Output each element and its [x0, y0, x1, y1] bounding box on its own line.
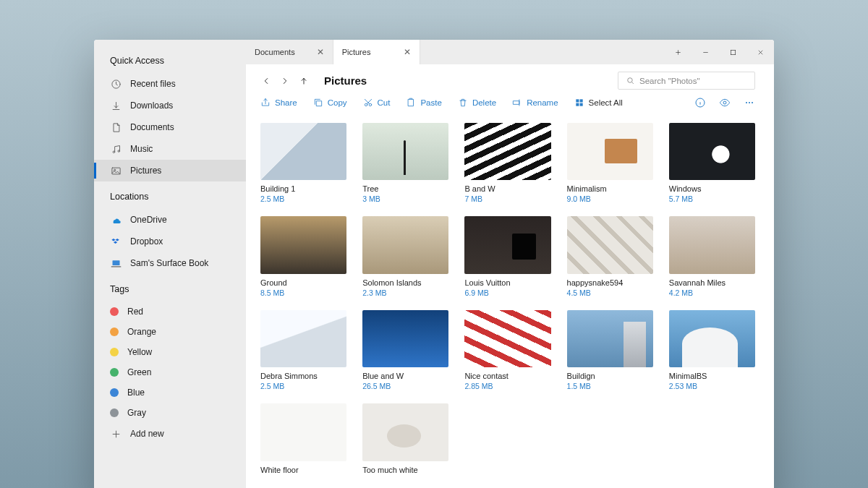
- search-input[interactable]: Search "Photos": [618, 72, 755, 90]
- sidebar-item-label: Documents: [130, 122, 174, 132]
- rename-button[interactable]: Rename: [512, 98, 558, 108]
- file-item[interactable]: Solomon Islands2.3 MB: [362, 216, 448, 296]
- info-icon[interactable]: [694, 97, 706, 108]
- close-window-button[interactable]: [746, 40, 774, 64]
- tab-documents[interactable]: Documents ✕: [246, 40, 333, 64]
- search-icon: [626, 76, 635, 85]
- share-button[interactable]: Share: [260, 98, 297, 108]
- file-name: MinimalBS: [669, 372, 755, 380]
- file-item[interactable]: Tree3 MB: [362, 123, 448, 203]
- file-name: Too much white: [362, 466, 448, 474]
- file-thumbnail: [260, 123, 346, 180]
- file-name: B and W: [464, 184, 550, 193]
- sidebar-heading-tags: Tags: [94, 284, 246, 301]
- svg-point-4: [114, 169, 115, 171]
- sidebar-item-dropbox[interactable]: Dropbox: [94, 231, 246, 252]
- file-size: 6.9 MB: [464, 288, 550, 297]
- file-item[interactable]: Blue and W26.5 MB: [362, 310, 448, 390]
- file-thumbnail: [567, 216, 653, 273]
- file-item[interactable]: Debra Simmons2.5 MB: [260, 310, 346, 390]
- sidebar-item-label: Sam's Surface Book: [130, 258, 208, 268]
- file-name: Buildign: [567, 372, 653, 380]
- nav-back-button[interactable]: [260, 75, 272, 87]
- sidebar-item-music[interactable]: Music: [94, 138, 246, 160]
- file-item[interactable]: Savannah Miles4.2 MB: [669, 216, 755, 296]
- svg-point-20: [749, 102, 750, 103]
- file-item[interactable]: Too much white: [362, 403, 448, 475]
- file-item[interactable]: happysnake5944.5 MB: [567, 216, 653, 296]
- minimize-button[interactable]: [692, 40, 719, 64]
- file-size: 2.5 MB: [260, 194, 346, 203]
- file-item[interactable]: White floor: [260, 403, 346, 475]
- new-tab-button[interactable]: [664, 40, 692, 64]
- svg-point-2: [118, 150, 120, 152]
- close-icon[interactable]: ✕: [404, 47, 411, 57]
- tab-pictures[interactable]: Pictures ✕: [333, 40, 420, 64]
- sidebar-item-downloads[interactable]: Downloads: [94, 95, 246, 116]
- copy-button[interactable]: Copy: [313, 98, 347, 108]
- tag-label: Gray: [127, 408, 146, 418]
- nav-forward-button[interactable]: [279, 75, 291, 87]
- close-icon[interactable]: ✕: [317, 47, 324, 57]
- tag-item-orange[interactable]: Orange: [94, 322, 246, 342]
- tag-item-blue[interactable]: Blue: [94, 382, 246, 403]
- maximize-button[interactable]: [719, 40, 746, 64]
- file-item[interactable]: Windows5.7 MB: [669, 123, 755, 203]
- file-item[interactable]: Louis Vuitton6.9 MB: [464, 216, 550, 296]
- sidebar-item-documents[interactable]: Documents: [94, 116, 246, 138]
- file-name: happysnake594: [567, 278, 653, 287]
- file-item[interactable]: Buildign1.5 MB: [567, 310, 653, 390]
- file-name: Debra Simmons: [260, 372, 346, 380]
- file-size: 9.0 MB: [567, 194, 653, 203]
- file-item[interactable]: Minimalism9.0 MB: [567, 123, 653, 203]
- file-name: Windows: [669, 184, 755, 193]
- copy-icon: [313, 98, 323, 108]
- file-thumbnail: [669, 123, 755, 180]
- file-size: 2.53 MB: [669, 382, 755, 390]
- svg-rect-11: [409, 99, 414, 106]
- select-all-icon: [574, 98, 584, 108]
- file-name: Solomon Islands: [362, 278, 448, 287]
- onedrive-icon: [110, 214, 122, 226]
- file-size: 26.5 MB: [362, 382, 448, 390]
- file-thumbnail: [362, 216, 448, 273]
- sidebar-item-recent-files[interactable]: Recent files: [94, 73, 246, 95]
- file-thumbnail: [362, 123, 448, 180]
- tag-item-red[interactable]: Red: [94, 301, 246, 322]
- sidebar-item-onedrive[interactable]: OneDrive: [94, 209, 246, 231]
- tag-item-yellow[interactable]: Yellow: [94, 342, 246, 362]
- delete-button[interactable]: Delete: [458, 98, 496, 108]
- svg-point-1: [113, 151, 115, 153]
- view-icon[interactable]: [719, 97, 731, 108]
- file-thumbnail: [362, 310, 448, 367]
- tag-dot-icon: [110, 368, 119, 377]
- tag-label: Blue: [127, 388, 145, 398]
- header: Pictures Search "Photos" Share Copy: [246, 64, 774, 113]
- file-thumbnail: [567, 123, 653, 180]
- more-icon[interactable]: [744, 97, 755, 108]
- tag-item-green[interactable]: Green: [94, 362, 246, 382]
- file-item[interactable]: MinimalBS2.53 MB: [669, 310, 755, 390]
- tag-add-label: Add new: [130, 429, 164, 439]
- nav-up-button[interactable]: [298, 75, 310, 87]
- file-size: 8.5 MB: [260, 288, 346, 297]
- paste-button[interactable]: Paste: [406, 98, 441, 108]
- file-item[interactable]: Ground8.5 MB: [260, 216, 346, 296]
- file-thumbnail: [669, 216, 755, 273]
- sidebar-item-label: OneDrive: [130, 215, 167, 225]
- select-all-button[interactable]: Select All: [574, 98, 623, 108]
- tag-label: Orange: [127, 327, 156, 337]
- file-item[interactable]: B and W7 MB: [464, 123, 550, 203]
- tag-item-gray[interactable]: Gray: [94, 403, 246, 423]
- cut-button[interactable]: Cut: [363, 98, 391, 108]
- sidebar-item-surface-book[interactable]: Sam's Surface Book: [94, 252, 246, 274]
- file-size: 2.3 MB: [362, 288, 448, 297]
- tag-add-new[interactable]: Add new: [94, 423, 246, 445]
- file-item[interactable]: Building 12.5 MB: [260, 123, 346, 203]
- tab-label: Pictures: [342, 48, 371, 56]
- clock-icon: [110, 78, 122, 90]
- sidebar-item-pictures[interactable]: Pictures: [94, 160, 246, 181]
- file-thumbnail: [464, 123, 550, 180]
- file-thumbnail: [464, 310, 550, 367]
- file-item[interactable]: Nice contast2.85 MB: [464, 310, 550, 390]
